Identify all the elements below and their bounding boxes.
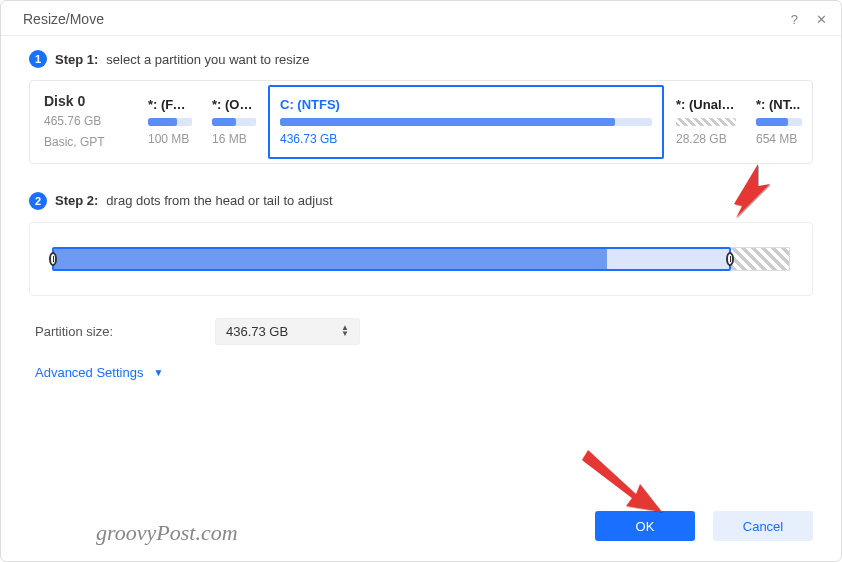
- resize-area: [29, 222, 813, 296]
- watermark: groovyPost.com: [96, 520, 238, 546]
- step2-header: 2 Step 2: drag dots from the head or tai…: [29, 192, 813, 210]
- partition-label: *: (Oth...: [212, 97, 256, 112]
- partition-bar: [676, 118, 736, 126]
- resize-handle-left[interactable]: [49, 252, 57, 266]
- partition-nt[interactable]: *: (NT... 654 MB: [746, 81, 812, 163]
- partition-size-value: 436.73 GB: [226, 324, 288, 339]
- partition-bar: [212, 118, 256, 126]
- disk-box: Disk 0 465.76 GB Basic, GPT *: (FAT... 1…: [29, 80, 813, 164]
- resize-partition[interactable]: [52, 247, 731, 271]
- partition-bar: [280, 118, 652, 126]
- partition-size-input[interactable]: 436.73 GB ▲ ▼: [215, 318, 360, 345]
- window-controls: ? ✕: [791, 12, 827, 27]
- dialog-content: 1 Step 1: select a partition you want to…: [1, 36, 841, 493]
- step1-badge: 1: [29, 50, 47, 68]
- resize-move-dialog: Resize/Move ? ✕ 1 Step 1: select a parti…: [0, 0, 842, 562]
- disk-size: 465.76 GB: [44, 113, 124, 130]
- partition-label: C: (NTFS): [280, 97, 652, 112]
- size-stepper: ▲ ▼: [341, 325, 349, 337]
- step2-label: Step 2:: [55, 193, 98, 208]
- step2-text: drag dots from the head or tail to adjus…: [106, 193, 332, 208]
- partition-bar: [756, 118, 802, 126]
- resize-unallocated: [731, 247, 790, 271]
- advanced-settings-label: Advanced Settings: [35, 365, 143, 380]
- advanced-settings-toggle[interactable]: Advanced Settings ▼: [29, 365, 813, 380]
- disk-info: Disk 0 465.76 GB Basic, GPT: [30, 81, 138, 163]
- partition-fat[interactable]: *: (FAT... 100 MB: [138, 81, 202, 163]
- partition-size-label: Partition size:: [35, 324, 195, 339]
- resize-track: [52, 247, 790, 271]
- resize-free: [607, 249, 729, 269]
- cancel-button[interactable]: Cancel: [713, 511, 813, 541]
- partition-c-ntfs[interactable]: C: (NTFS) 436.73 GB: [268, 85, 664, 159]
- partition-label: *: (Unallo...: [676, 97, 736, 112]
- partition-size: 16 MB: [212, 132, 256, 146]
- help-icon[interactable]: ?: [791, 12, 798, 27]
- step2-badge: 2: [29, 192, 47, 210]
- partition-label: *: (NT...: [756, 97, 802, 112]
- stepper-down-icon[interactable]: ▼: [341, 331, 349, 337]
- step1-header: 1 Step 1: select a partition you want to…: [29, 50, 813, 68]
- partition-bar: [148, 118, 192, 126]
- resize-handle-right[interactable]: [726, 252, 734, 266]
- titlebar: Resize/Move ? ✕: [1, 1, 841, 36]
- partition-size: 436.73 GB: [280, 132, 652, 146]
- window-title: Resize/Move: [23, 11, 104, 27]
- disk-type: Basic, GPT: [44, 134, 124, 151]
- ok-button[interactable]: OK: [595, 511, 695, 541]
- partition-unallocated[interactable]: *: (Unallo... 28.28 GB: [666, 81, 746, 163]
- step1-label: Step 1:: [55, 52, 98, 67]
- partition-label: *: (FAT...: [148, 97, 192, 112]
- close-icon[interactable]: ✕: [816, 12, 827, 27]
- step1-text: select a partition you want to resize: [106, 52, 309, 67]
- disk-name: Disk 0: [44, 93, 124, 109]
- partition-size: 654 MB: [756, 132, 802, 146]
- partition-size: 28.28 GB: [676, 132, 736, 146]
- chevron-down-icon: ▼: [153, 367, 163, 378]
- partition-size: 100 MB: [148, 132, 192, 146]
- partition-size-row: Partition size: 436.73 GB ▲ ▼: [29, 318, 813, 345]
- resize-used: [54, 249, 607, 269]
- partition-other[interactable]: *: (Oth... 16 MB: [202, 81, 266, 163]
